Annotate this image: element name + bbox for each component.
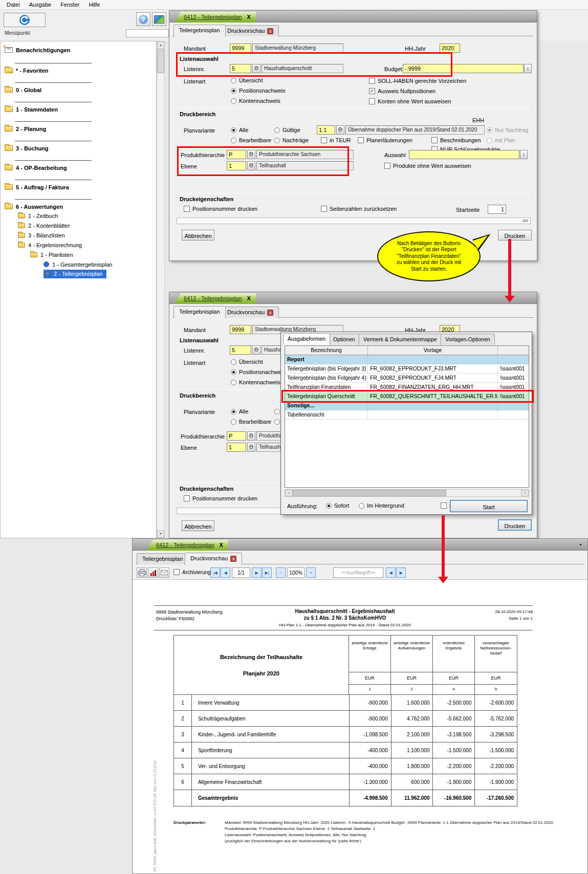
sidebar-item-bilanzlisten[interactable]: 3 - Bilanzlisten: [18, 231, 65, 239]
sidebar-item-ergebnisrechnung[interactable]: 4 - Ergebnisrechnung: [18, 241, 82, 249]
auswahl-spinner-icon[interactable]: ↕: [520, 150, 528, 159]
radio-uebersicht[interactable]: Übersicht: [231, 77, 263, 83]
tab-druckvorschau[interactable]: Druckvorschaux: [222, 307, 279, 318]
horizontal-scrollbar[interactable]: ‹ ›: [285, 489, 529, 497]
sidebar-scrollbar[interactable]: ▲ ▼: [157, 41, 165, 538]
window-tab[interactable]: 6412 - Teilergebnisplan X: [175, 12, 256, 23]
dialog-tab-ausgabeformen[interactable]: Ausgabeformen: [283, 333, 330, 345]
mandant-code-field[interactable]: [230, 325, 251, 334]
menuepunkt-button[interactable]: [4, 13, 46, 27]
dialog-tab-vorlagen-optionen[interactable]: Vorlagen-Optionen: [441, 334, 495, 345]
scrollbar-thumb[interactable]: [293, 490, 446, 496]
page-next-button[interactable]: ▶: [252, 567, 262, 578]
sidebar-item-teilergebnisplan-selected[interactable]: 2 - Teilergebnisplan: [43, 270, 106, 278]
page-last-button[interactable]: ▶|: [262, 567, 272, 578]
sidebar-item-auftrag-faktura[interactable]: 5 - Auftrag / Faktura: [5, 183, 69, 191]
radio-kontennachweis[interactable]: Kontennachweis: [231, 379, 280, 385]
menu-datei[interactable]: Datei: [2, 0, 25, 9]
quick-search-field[interactable]: [126, 29, 169, 37]
radio-positionsnachweis[interactable]: Positionsnachweis: [231, 88, 286, 94]
column-header-vorlage[interactable]: Vorlage: [368, 346, 498, 355]
sidebar-item-benachrichtigungen[interactable]: Benachrichtigungen: [5, 46, 70, 54]
close-tab-icon[interactable]: x: [267, 28, 273, 34]
column-header-server[interactable]: [498, 346, 529, 355]
sidebar-item-planung[interactable]: 2 - Planung: [5, 124, 46, 133]
search-next-button[interactable]: ▶: [396, 567, 406, 578]
produkthierarchie-lookup-icon[interactable]: Θ: [247, 431, 255, 441]
zoom-in-button[interactable]: +: [306, 567, 316, 578]
radio-alle[interactable]: Alle: [231, 127, 248, 133]
radio-kontennachweis[interactable]: Kontennachweis: [231, 98, 280, 104]
radio-bearbeitbare[interactable]: Bearbeitbare: [231, 137, 271, 143]
tab-druckvorschau[interactable]: Druckvorschaux: [185, 553, 242, 565]
checkbox-seitenzahlen[interactable]: Seitenzahlen zurücksetzen: [321, 206, 397, 212]
radio-sofort[interactable]: Sofort: [326, 502, 349, 509]
abbrechen-button[interactable]: Abbrechen: [182, 520, 214, 531]
zoom-level-field[interactable]: [287, 567, 304, 578]
menu-hilfe[interactable]: Hilfe: [84, 0, 104, 9]
listennr-field[interactable]: [230, 345, 251, 355]
produkthierarchie-code-field[interactable]: [227, 431, 246, 441]
window-tab[interactable]: 6412 - Teilergebnisplan X: [147, 540, 228, 551]
search-input[interactable]: [333, 567, 383, 578]
zoom-out-button[interactable]: −: [276, 567, 286, 578]
email-button[interactable]: [159, 567, 169, 578]
scroll-down-icon[interactable]: ▼: [157, 530, 164, 538]
print-button[interactable]: [137, 567, 147, 578]
tab-druckvorschau[interactable]: Druckvorschaux: [222, 25, 279, 36]
close-tab-icon[interactable]: x: [230, 556, 236, 562]
hhjahr-field[interactable]: [440, 43, 460, 53]
planvariante-code-field[interactable]: [317, 125, 335, 135]
sidebar-item-gesamtergebnisplan[interactable]: 1 - Gesamtergebnisplan: [43, 260, 112, 269]
sidebar-item-kontenblaetter[interactable]: 2 - Kontenblätter: [18, 221, 70, 230]
checkbox-produkte-ohne-wert[interactable]: Produkte ohne Wert ausweisen: [384, 163, 471, 169]
column-header-bezeichnung[interactable]: Bezeichnung: [285, 346, 368, 355]
checkbox-soll-haben[interactable]: SOLL-HABEN gerechte Vorzeichen: [369, 78, 466, 84]
startseite-field[interactable]: [488, 205, 506, 214]
table-row-tabellenansicht[interactable]: Tabellenansicht: [285, 410, 529, 420]
sidebar-item-zeitbuch[interactable]: 1 - Zeitbuch: [18, 211, 58, 220]
listennr-lookup-icon[interactable]: Θ: [252, 345, 260, 355]
checkbox-konten-ohne-wert[interactable]: Konten ohne Wert ausweisen: [369, 98, 451, 104]
sidebar-item-planlisten[interactable]: 1 - Planlisten: [30, 250, 73, 259]
page-number-field[interactable]: [232, 567, 250, 578]
theme-button[interactable]: [152, 12, 166, 26]
window-close-icon[interactable]: X: [220, 542, 223, 551]
sidebar-item-favoriten[interactable]: * - Favoriten: [5, 66, 49, 75]
sidebar-item-stammdaten[interactable]: 1 - Stammdaten: [5, 105, 58, 114]
budget-spinner-icon[interactable]: ↕: [524, 64, 532, 73]
radio-uebersicht[interactable]: Übersicht: [231, 359, 263, 365]
drucken-button[interactable]: Drucken: [498, 230, 532, 241]
scroll-right-icon[interactable]: ›: [521, 490, 529, 496]
checkbox-planerlaeuterungen[interactable]: Planerläuterungen: [358, 137, 412, 143]
search-prev-button[interactable]: ◀: [386, 567, 396, 578]
close-tab-icon[interactable]: x: [267, 310, 273, 316]
auswahl-field[interactable]: [409, 150, 519, 159]
table-row[interactable]: Teilergebnisplan (bis Folgejahr 4) FR_60…: [285, 374, 529, 383]
radio-nachtraege[interactable]: Nachträge: [274, 137, 309, 143]
checkbox-positionsnummer[interactable]: Positionsnummer drucken: [184, 206, 257, 212]
checkbox-positionsnummer[interactable]: Positionsnummer drucken: [184, 495, 257, 501]
radio-mit-plan[interactable]: mit Plan: [487, 137, 515, 143]
radio-im-hintergrund[interactable]: Im Hintergrund: [359, 502, 404, 509]
checkbox-beschreibungen[interactable]: Beschreibungen: [431, 137, 481, 143]
window-close-icon[interactable]: X: [247, 295, 251, 304]
window-tab[interactable]: 6412 - Teilergebnisplan X: [175, 293, 256, 304]
table-row[interactable]: Teilergebnisplan (bis Folgejahr 3) FR_60…: [285, 364, 529, 374]
abbrechen-button[interactable]: Abbrechen: [182, 230, 214, 241]
radio-nur-nachtrag[interactable]: Nur Nachtrag: [487, 127, 528, 133]
sidebar-item-auswertungen[interactable]: 6 - Auswertungen: [5, 202, 63, 211]
page-prev-button[interactable]: ◀: [221, 567, 230, 578]
ebene-code-field[interactable]: [227, 443, 246, 452]
ebene-lookup-icon[interactable]: Θ: [247, 443, 255, 452]
checkbox-archivierung[interactable]: Archivierung: [173, 569, 211, 575]
help-button[interactable]: ?: [136, 12, 150, 26]
scrollbar-thumb[interactable]: [157, 50, 164, 73]
window-close-icon[interactable]: X: [247, 14, 251, 23]
sidebar-item-global[interactable]: 0 - Global: [5, 85, 41, 94]
scroll-left-icon[interactable]: ‹: [285, 490, 293, 496]
window-menu-dropdown-icon[interactable]: ▼: [577, 541, 584, 549]
radio-positionsnachweis[interactable]: Positionsnachweis: [231, 369, 286, 375]
dialog-tab-vermerk[interactable]: Vermerk & Dokumentenmappe: [359, 334, 442, 345]
radio-gueltige[interactable]: Gültige: [274, 127, 300, 133]
